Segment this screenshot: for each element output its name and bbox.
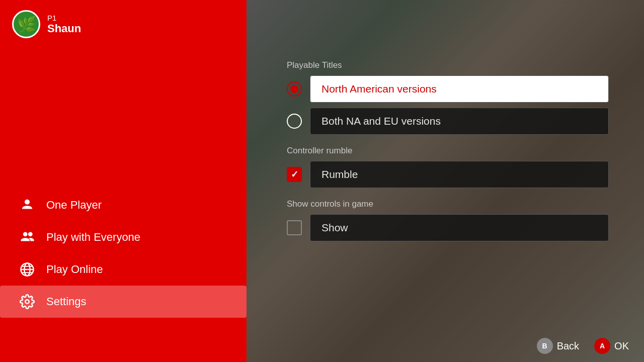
sidebar-item-one-player-label: One Player — [46, 199, 102, 212]
ok-button[interactable]: A OK — [594, 338, 629, 354]
sidebar-item-play-with-everyone-label: Play with Everyone — [46, 231, 140, 244]
show-option-row[interactable]: Show — [287, 214, 609, 241]
playable-titles-label: Playable Titles — [287, 60, 609, 70]
show-checkbox[interactable] — [287, 220, 302, 235]
nav-menu: One Player Play with Everyone — [0, 189, 247, 318]
both-option-row[interactable]: Both NA and EU versions — [287, 108, 609, 135]
svg-point-2 — [28, 232, 33, 236]
bottom-bar: B Back A OK — [247, 330, 644, 362]
player-name: Shaun — [47, 22, 81, 35]
back-label: Back — [557, 340, 579, 352]
player-label: P1 — [47, 14, 81, 22]
globe-icon — [18, 260, 36, 279]
show-controls-section: Show controls in game Show — [287, 199, 609, 241]
na-option-row[interactable]: North American versions — [287, 75, 609, 103]
avatar: 🌿 — [12, 10, 40, 38]
both-radio-button[interactable] — [287, 114, 302, 129]
rumble-option-row[interactable]: ✓ Rumble — [287, 161, 609, 188]
playable-titles-section: Playable Titles North American versions … — [287, 60, 609, 135]
person-icon — [18, 196, 36, 214]
content-area: Playable Titles North American versions … — [247, 0, 644, 362]
both-option-box[interactable]: Both NA and EU versions — [310, 108, 609, 135]
settings-panel: Playable Titles North American versions … — [287, 60, 609, 246]
controller-rumble-section: Controller rumble ✓ Rumble — [287, 146, 609, 188]
controller-rumble-label: Controller rumble — [287, 146, 609, 156]
na-radio-button[interactable] — [287, 81, 302, 97]
svg-point-8 — [25, 300, 29, 304]
svg-point-0 — [25, 200, 30, 205]
rumble-option-box[interactable]: Rumble — [310, 161, 609, 188]
na-radio-inner — [290, 85, 298, 93]
na-option-box[interactable]: North American versions — [310, 75, 609, 103]
group-icon — [18, 228, 36, 246]
sidebar-item-play-online[interactable]: Play Online — [0, 253, 247, 286]
svg-point-1 — [23, 232, 28, 236]
sidebar-item-settings-label: Settings — [46, 295, 87, 308]
user-info: P1 Shaun — [47, 14, 81, 35]
sidebar: 🌿 P1 Shaun One Player — [0, 0, 247, 362]
sidebar-item-one-player[interactable]: One Player — [0, 189, 247, 221]
rumble-checkbox[interactable]: ✓ — [287, 167, 302, 182]
show-option-box[interactable]: Show — [310, 214, 609, 241]
show-controls-label: Show controls in game — [287, 199, 609, 209]
back-button[interactable]: B Back — [537, 338, 579, 354]
user-profile: 🌿 P1 Shaun — [0, 0, 247, 48]
sidebar-item-settings[interactable]: Settings — [0, 286, 247, 318]
sidebar-item-play-with-everyone[interactable]: Play with Everyone — [0, 221, 247, 253]
b-button-circle: B — [537, 338, 553, 354]
sidebar-item-play-online-label: Play Online — [46, 263, 103, 276]
gear-icon — [18, 293, 36, 311]
rumble-check-icon: ✓ — [291, 170, 298, 179]
b-key-label: B — [542, 342, 547, 350]
ok-label: OK — [614, 340, 629, 352]
avatar-icon: 🌿 — [17, 16, 36, 33]
a-key-label: A — [600, 342, 605, 350]
a-button-circle: A — [594, 338, 610, 354]
